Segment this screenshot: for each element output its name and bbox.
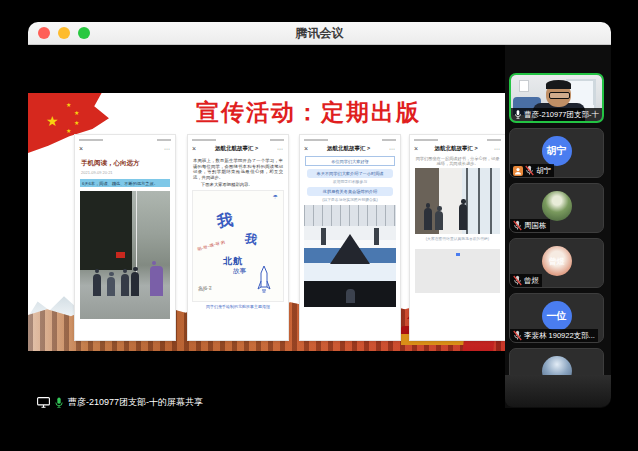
sidebar-bottom-panel — [505, 375, 611, 407]
poster-character: 我 — [215, 210, 234, 233]
window-mullion — [478, 168, 480, 234]
host-badge-icon — [513, 166, 523, 176]
flag-star-icon: ★ — [74, 119, 79, 126]
avatar — [542, 191, 572, 221]
person-figure — [93, 274, 101, 296]
dark-photo-strip — [304, 281, 396, 307]
title-bar[interactable]: 腾讯会议 — [28, 22, 611, 45]
participant-name: 周国栋 — [524, 221, 547, 231]
article-nav-bar: × 远航北航故事汇 > ⋯ — [188, 143, 288, 153]
ceiling-truss — [304, 205, 396, 226]
name-tag: 曹彦-210977团支部-十 — [511, 108, 602, 121]
avatar-text: 曾煜 — [549, 256, 565, 267]
article-nav-bar: × 远航北航故事汇 > ⋯ — [300, 143, 400, 153]
person-figure-purple — [150, 266, 163, 296]
participant-name: 李裴林 190922支部... — [524, 331, 595, 341]
name-tag: 李裴林 190922支部... — [510, 329, 598, 342]
person-figure — [131, 272, 139, 296]
person-figure — [121, 274, 129, 296]
dark-pyramid-structure — [330, 234, 370, 264]
window-frame — [593, 81, 594, 105]
phone-status-bar — [410, 135, 505, 143]
zoom-window-button[interactable] — [78, 27, 90, 39]
person-glasses — [549, 92, 570, 99]
screen-share-area: ★ ★ ★ ★ ★ 宣传活动：定期出版 — [28, 45, 505, 408]
mic-muted-icon — [513, 275, 522, 286]
account-name: 远航北航故事汇 > — [196, 145, 277, 152]
sub-text: (以下是各场馆实况照片拍摄合集) — [300, 197, 400, 202]
avatar: 曾煜 — [542, 246, 572, 276]
hand-drawn-poster: ☂ 我 唱~呀~嘿~呀 的 我 北航 故事 高∫6·2 — [192, 190, 284, 302]
avatar: 胡宁 — [542, 136, 572, 166]
name-tag: 胡宁 — [510, 164, 554, 177]
outdoor-photo — [80, 191, 170, 319]
meeting-content: ★ ★ ★ ★ ★ 宣传活动：定期出版 — [28, 45, 611, 408]
mic-muted-icon — [513, 220, 522, 231]
participant-sidebar: 曹彦-210977团支部-十 胡宁 胡宁 — [505, 45, 611, 408]
poster-caption: 同学们亲手绘制的北航故事主题海报 — [188, 304, 288, 309]
article-title: 手机阅读，心向远方 — [81, 159, 169, 168]
dark-wall — [80, 191, 132, 270]
phone-status-bar — [188, 135, 288, 143]
window-slit — [321, 228, 326, 245]
participant-name: 曹彦-210977团支部-十 — [524, 110, 599, 120]
screen-share-banner: 曹彦-210977团支部-十的屏幕共享 — [37, 396, 203, 408]
flag-star-icon: ★ — [66, 101, 71, 108]
article-nav-bar: × 远航北航故事汇 > ⋯ — [410, 143, 505, 153]
person-figure — [459, 204, 467, 230]
phone-status-bar — [300, 135, 400, 143]
sub-text: 欢迎同学们积极参与 — [300, 179, 400, 184]
mic-on-icon — [514, 109, 522, 120]
article-paragraph: 本周班上，数百新生学院开办了一个学习，申请的每位同学，会围绕书本和专科的阅读笔记… — [193, 158, 283, 180]
article-nav-bar: × ⋯ — [75, 143, 175, 153]
poster-scribble: 唱~呀~嘿~呀 的 — [197, 240, 225, 253]
flag-star-icon: ★ — [74, 109, 79, 116]
more-icon: ⋯ — [494, 145, 501, 152]
mic-muted-icon — [525, 165, 534, 176]
poster-signature: 高∫6·2 — [198, 285, 212, 292]
minimize-window-button[interactable] — [58, 27, 70, 39]
monitor-icon — [37, 397, 50, 408]
more-icon: ⋯ — [277, 145, 284, 152]
person-hair — [546, 80, 571, 89]
participant-tile-lipeilin[interactable]: 一位 李裴林 190922支部... — [509, 293, 604, 343]
avatar-text: 胡宁 — [547, 144, 567, 158]
participant-name: 曾煜 — [524, 276, 539, 286]
account-name: 远航北航故事汇 > — [308, 145, 389, 152]
person-figure — [346, 289, 355, 303]
person-figure — [107, 277, 115, 296]
article-screenshot-3: × 远航北航故事汇 > ⋯ 各位同学们大家好呀 春天不同学们大家介绍了一小时阅读… — [300, 135, 400, 340]
traffic-lights — [38, 27, 90, 39]
account-name: 远航北航故事汇 > — [418, 145, 494, 152]
close-icon: × — [79, 145, 83, 152]
flag-star-icon: ★ — [66, 127, 71, 134]
more-icon: ⋯ — [164, 145, 171, 152]
article-line: 下面来大家看吧精彩内容。 — [193, 182, 283, 187]
meeting-window: 腾讯会议 ★ ★ ★ ★ ★ 宣传活动：定期出版 — [28, 22, 611, 408]
shared-slide: ★ ★ ★ ★ ★ 宣传活动：定期出版 — [28, 93, 505, 351]
participant-tile-zhouguodong[interactable]: 周国栋 — [509, 183, 604, 233]
mic-muted-icon — [513, 330, 522, 341]
window-title: 腾讯会议 — [296, 25, 344, 42]
poster-subtitle: 故事 — [233, 267, 246, 276]
person-figure — [424, 208, 432, 230]
participant-tile-zengyu[interactable]: 曾煜 曾煜 — [509, 238, 604, 288]
photo-caption-small: (大家在图书馆里认真挑选喜欢的书籍) — [414, 236, 501, 241]
share-banner-text: 曹彦-210977团支部-十的屏幕共享 — [68, 396, 203, 408]
participant-tile-huning[interactable]: 胡宁 胡宁 — [509, 128, 604, 178]
rocket-doodle — [257, 265, 271, 295]
text-bubble: 春天不同学们大家介绍了一小时阅读 — [307, 169, 393, 178]
person-figure — [435, 211, 443, 230]
library-photo — [415, 168, 500, 234]
mic-on-icon — [54, 397, 64, 409]
slide-title: 宣传活动：定期出版 — [196, 97, 421, 128]
text-bubble: 这就是有关冬奥会场馆的介绍 — [307, 187, 393, 196]
window-mullion — [490, 168, 492, 234]
avatar-text: 一位 — [547, 309, 567, 323]
participant-name: 胡宁 — [536, 166, 551, 176]
close-window-button[interactable] — [38, 27, 50, 39]
participant-tile-caoyan[interactable]: 曹彦-210977团支部-十 — [509, 73, 604, 123]
stadium-photo — [304, 205, 396, 281]
article-meta: 2021-09-09 20:21 — [81, 170, 169, 175]
article-screenshot-4: × 远航北航故事汇 > ⋯ 同学们围坐在一起阅读好书，分享心得，记录感悟，共同成… — [410, 135, 505, 340]
